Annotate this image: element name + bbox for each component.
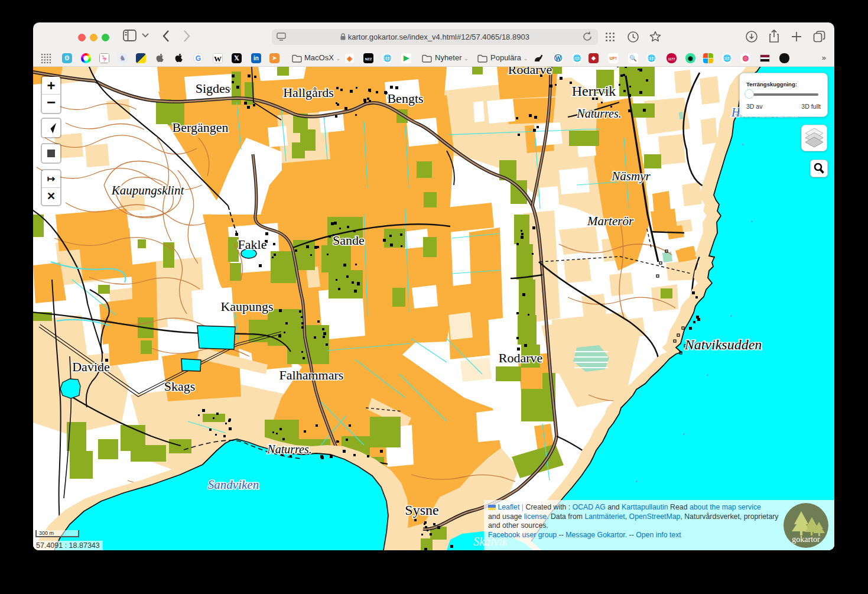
- svg-text:Kaupungsklint: Kaupungsklint: [111, 183, 185, 197]
- svg-text:Kaupungs: Kaupungs: [220, 299, 273, 314]
- svg-text:Rodarve: Rodarve: [499, 350, 543, 365]
- svg-text:Falhammars: Falhammars: [279, 368, 344, 382]
- svg-text:Hallgårds: Hallgårds: [283, 85, 334, 100]
- svg-text:Sandviken: Sandviken: [208, 478, 259, 492]
- svg-text:Skags: Skags: [164, 379, 196, 394]
- svg-text:Rodarve: Rodarve: [508, 67, 552, 77]
- svg-text:Marterör: Marterör: [587, 214, 634, 228]
- svg-text:Fakle: Fakle: [238, 237, 267, 252]
- svg-text:Sigdes: Sigdes: [196, 81, 230, 96]
- svg-text:Näsmyr: Näsmyr: [611, 169, 651, 183]
- svg-text:Naturres.: Naturres.: [266, 443, 311, 456]
- svg-text:Bengts: Bengts: [387, 91, 423, 106]
- svg-text:Sysne: Sysne: [405, 502, 438, 518]
- svg-text:gokartor: gokartor: [792, 535, 820, 544]
- svg-text:Naturres.: Naturres.: [576, 107, 621, 120]
- svg-text:Davide: Davide: [72, 359, 110, 374]
- svg-text:Bergängen: Bergängen: [173, 120, 229, 135]
- svg-text:Sande: Sande: [333, 233, 365, 248]
- svg-text:Natviksudden: Natviksudden: [684, 337, 762, 352]
- svg-text:Herrvik: Herrvik: [572, 83, 616, 99]
